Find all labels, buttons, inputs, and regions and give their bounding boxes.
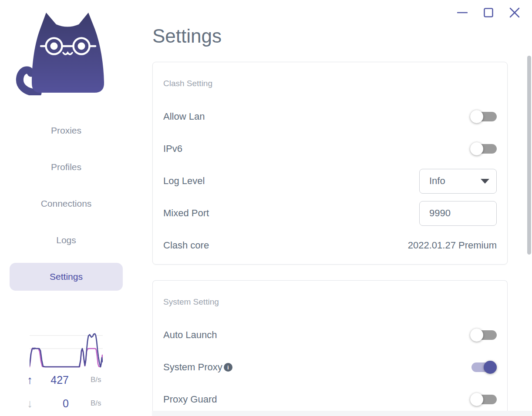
auto-launch-row: Auto Launch: [163, 319, 497, 351]
cat-eye-right: [78, 43, 85, 50]
clash-core-version: 2022.01.27 Premium: [408, 240, 497, 251]
system-setting-card: System Setting Auto Launch System Proxy …: [152, 280, 508, 416]
log-level-select[interactable]: Info: [419, 169, 497, 194]
sidebar-item-profiles[interactable]: Profiles: [10, 153, 123, 181]
download-speed-value: 0: [42, 397, 69, 410]
download-arrow-icon: ↓: [27, 398, 42, 409]
sidebar-item-proxies[interactable]: Proxies: [10, 117, 123, 144]
download-speed-row: ↓ 0 B/s: [27, 397, 131, 410]
log-level-row: Log Level Info: [163, 165, 497, 197]
maximize-icon: [483, 7, 494, 18]
sidebar-item-settings[interactable]: Settings: [10, 263, 123, 291]
system-proxy-toggle[interactable]: [471, 362, 497, 372]
allow-lan-toggle[interactable]: [471, 112, 497, 121]
proxy-guard-toggle[interactable]: [471, 395, 497, 404]
chevron-down-icon: [481, 179, 489, 184]
allow-lan-label: Allow Lan: [163, 111, 205, 122]
toggle-knob: [470, 393, 483, 406]
minimize-button[interactable]: [457, 7, 468, 18]
main-content: Settings Clash Setting Allow Lan IPv6 Lo…: [152, 0, 532, 416]
toggle-knob: [484, 361, 497, 374]
traffic-graph: [30, 330, 103, 368]
system-proxy-label-text: System Proxy: [163, 362, 222, 373]
auto-launch-label: Auto Launch: [163, 329, 217, 341]
info-icon[interactable]: i: [224, 363, 232, 372]
system-proxy-label: System Proxy i: [163, 362, 232, 373]
upload-speed-value: 427: [42, 374, 69, 386]
upload-speed-row: ↑ 427 B/s: [27, 373, 131, 386]
clash-cat-logo: [15, 12, 104, 95]
log-level-label: Log Level: [163, 175, 205, 187]
ipv6-label: IPv6: [163, 143, 182, 154]
clash-setting-card: Clash Setting Allow Lan IPv6 Log Level: [152, 62, 508, 265]
proxy-guard-label: Proxy Guard: [163, 394, 217, 405]
minimize-icon: [457, 7, 468, 18]
auto-launch-toggle[interactable]: [471, 330, 497, 340]
download-speed-unit: B/s: [91, 399, 101, 408]
sidebar-item-logs[interactable]: Logs: [10, 226, 123, 254]
toggle-knob: [470, 110, 483, 123]
cat-eye-left: [51, 43, 58, 50]
close-icon: [509, 7, 520, 18]
upload-arrow-icon: ↑: [27, 374, 42, 386]
sidebar-item-connections[interactable]: Connections: [10, 190, 123, 218]
sidebar-nav: Proxies Profiles Connections Logs Settin…: [10, 117, 123, 299]
window-bottom-edge: [152, 411, 532, 416]
page-title: Settings: [152, 25, 222, 47]
ipv6-toggle[interactable]: [471, 144, 497, 154]
ipv6-row: IPv6: [163, 133, 497, 165]
mixed-port-input[interactable]: [419, 201, 497, 226]
clash-core-row: Clash core 2022.01.27 Premium: [163, 229, 497, 262]
sidebar: Proxies Profiles Connections Logs Settin…: [0, 0, 152, 416]
mixed-port-row: Mixed Port: [163, 197, 497, 229]
maximize-button[interactable]: [483, 7, 494, 18]
window-controls: [457, 7, 520, 18]
clash-core-label: Clash core: [163, 240, 209, 251]
scrollbar-thumb[interactable]: [527, 56, 531, 255]
allow-lan-row: Allow Lan: [163, 101, 497, 133]
close-button[interactable]: [509, 7, 520, 18]
log-level-value: Info: [429, 175, 481, 187]
card-title: Clash Setting: [163, 62, 497, 88]
system-proxy-row: System Proxy i: [163, 351, 497, 383]
card-title: System Setting: [163, 281, 497, 307]
toggle-knob: [470, 142, 483, 155]
mixed-port-label: Mixed Port: [163, 208, 209, 219]
upload-speed-unit: B/s: [91, 376, 101, 384]
toggle-knob: [470, 329, 483, 342]
